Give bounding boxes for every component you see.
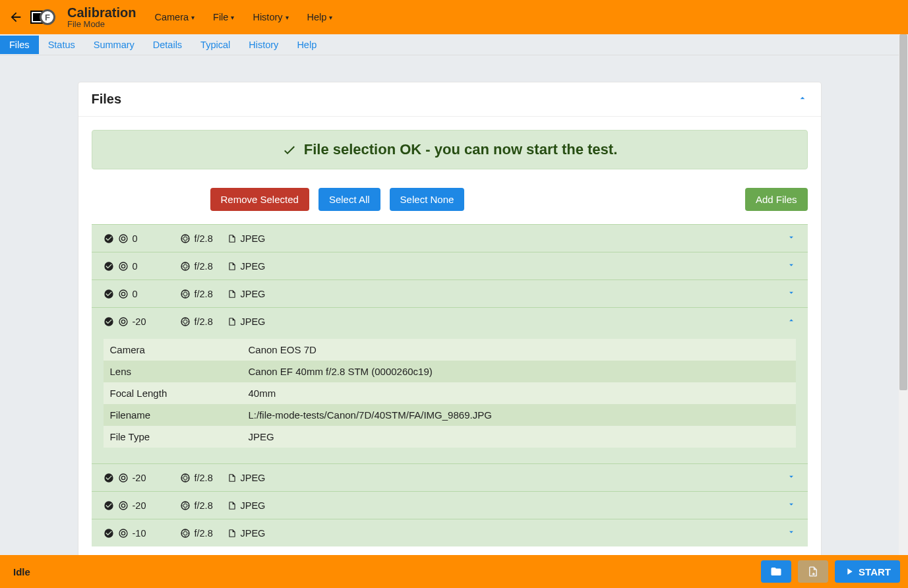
- top-bar: F Calibration File Mode Camera▾ File▾ Hi…: [0, 0, 908, 34]
- back-button[interactable]: [7, 8, 25, 26]
- file-selection-alert: File selection OK - you can now start th…: [92, 130, 808, 169]
- remove-selected-button[interactable]: Remove Selected: [210, 188, 309, 211]
- select-none-button[interactable]: Select None: [390, 188, 465, 211]
- target-icon: [118, 316, 129, 327]
- filetype-value: JPEG: [241, 289, 266, 299]
- bottom-buttons: START: [761, 560, 900, 583]
- menu-history[interactable]: History▾: [253, 12, 288, 22]
- svg-point-7: [121, 292, 125, 295]
- main-content: Files File selection OK - you can now st…: [0, 55, 899, 555]
- tab-status[interactable]: Status: [39, 36, 84, 54]
- filetype-value: JPEG: [241, 500, 266, 511]
- files-card-title: Files: [92, 92, 122, 107]
- caret-down-icon: ▾: [286, 14, 289, 21]
- file-icon: [227, 233, 237, 244]
- check-icon: [282, 142, 297, 158]
- aperture-value: f/2.8: [195, 500, 213, 511]
- svg-point-17: [181, 502, 189, 510]
- app-logo: F: [30, 9, 55, 25]
- open-folder-button[interactable]: [761, 560, 791, 583]
- folder-open-icon: [770, 566, 782, 577]
- logo-f-icon: F: [40, 9, 55, 25]
- target-icon: [118, 473, 129, 483]
- file-row[interactable]: 0f/2.8JPEG: [92, 224, 808, 252]
- offset-value: -20: [133, 473, 146, 483]
- aperture-value: f/2.8: [195, 316, 213, 327]
- title-block: Calibration File Mode: [67, 6, 136, 29]
- detail-label: Lens: [104, 361, 242, 382]
- svg-point-6: [119, 290, 127, 298]
- aperture-value: f/2.8: [195, 261, 213, 272]
- aperture-icon: [180, 528, 191, 539]
- check-circle-icon: [104, 500, 114, 511]
- target-icon: [118, 233, 129, 244]
- svg-point-4: [121, 264, 125, 268]
- svg-point-0: [119, 235, 127, 243]
- menu-file[interactable]: File▾: [213, 12, 234, 22]
- aperture-value: f/2.8: [195, 233, 213, 244]
- svg-point-18: [119, 529, 127, 537]
- select-all-button[interactable]: Select All: [318, 188, 380, 211]
- tab-help[interactable]: Help: [288, 36, 326, 54]
- aperture-value: f/2.8: [195, 473, 213, 483]
- chevron-up-icon[interactable]: [787, 316, 796, 327]
- check-circle-icon: [104, 528, 114, 539]
- svg-point-20: [181, 529, 189, 537]
- detail-value: Canon EOS 7D: [242, 339, 796, 361]
- tab-typical[interactable]: Typical: [191, 36, 239, 54]
- chevron-up-icon[interactable]: [797, 93, 808, 106]
- filetype-value: JPEG: [241, 528, 266, 539]
- aperture-icon: [180, 233, 191, 244]
- check-circle-icon: [104, 473, 114, 483]
- detail-value: Canon EF 40mm f/2.8 STM (0000260c19): [242, 361, 796, 382]
- files-card: Files File selection OK - you can now st…: [78, 82, 822, 555]
- svg-point-14: [181, 474, 189, 482]
- tab-files[interactable]: Files: [0, 36, 39, 54]
- target-icon: [118, 528, 129, 539]
- chevron-down-icon[interactable]: [787, 472, 796, 483]
- file-row[interactable]: -20f/2.8JPEG: [92, 491, 808, 519]
- export-icon: [807, 566, 819, 577]
- menu-help[interactable]: Help▾: [307, 12, 333, 22]
- files-card-body: File selection OK - you can now start th…: [78, 117, 821, 555]
- tab-details[interactable]: Details: [144, 36, 191, 54]
- add-files-button[interactable]: Add Files: [745, 188, 808, 211]
- aperture-icon: [180, 289, 191, 299]
- scrollbar[interactable]: [899, 34, 908, 555]
- tab-summary[interactable]: Summary: [84, 36, 144, 54]
- caret-down-icon: ▾: [329, 14, 332, 21]
- file-row[interactable]: -10f/2.8JPEG: [92, 519, 808, 546]
- scrollbar-thumb[interactable]: [899, 34, 907, 390]
- start-button[interactable]: START: [835, 560, 900, 583]
- chevron-down-icon[interactable]: [787, 288, 796, 299]
- detail-label: Camera: [104, 339, 242, 361]
- file-row[interactable]: 0f/2.8JPEG: [92, 252, 808, 279]
- tab-history[interactable]: History: [239, 36, 288, 54]
- caret-down-icon: ▾: [231, 14, 234, 21]
- offset-value: 0: [133, 261, 138, 272]
- file-row[interactable]: 0f/2.8JPEG: [92, 279, 808, 307]
- detail-value: 40mm: [242, 382, 796, 404]
- offset-value: -20: [133, 316, 146, 327]
- file-icon: [227, 473, 237, 483]
- chevron-down-icon[interactable]: [787, 233, 796, 244]
- file-row[interactable]: -20f/2.8JPEG: [92, 307, 808, 335]
- aperture-icon: [180, 500, 191, 511]
- offset-value: 0: [133, 233, 138, 244]
- files-card-header[interactable]: Files: [78, 82, 821, 117]
- file-row[interactable]: -20f/2.8JPEG: [92, 463, 808, 491]
- chevron-down-icon[interactable]: [787, 500, 796, 511]
- svg-point-19: [121, 531, 125, 535]
- page-title: Calibration: [67, 6, 136, 19]
- menu-camera[interactable]: Camera▾: [154, 12, 195, 22]
- chevron-down-icon[interactable]: [787, 260, 796, 272]
- aperture-value: f/2.8: [195, 528, 213, 539]
- detail-label: Filename: [104, 404, 242, 426]
- page-subtitle: File Mode: [67, 19, 136, 29]
- chevron-down-icon[interactable]: [787, 527, 796, 539]
- svg-point-11: [181, 318, 189, 326]
- svg-point-15: [119, 502, 127, 510]
- file-icon: [227, 528, 237, 539]
- play-icon: [844, 566, 855, 577]
- target-icon: [118, 261, 129, 272]
